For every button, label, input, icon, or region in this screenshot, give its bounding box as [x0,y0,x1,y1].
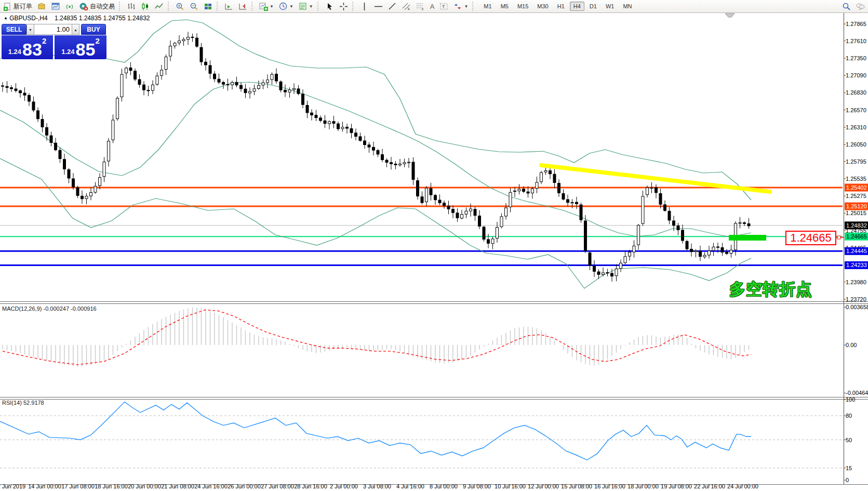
candle-body [161,70,163,75]
chart-windows-button[interactable] [49,1,62,12]
buy-button[interactable]: BUY [81,24,106,35]
candle-body [478,216,481,227]
collapse-panel-icon[interactable]: ▲ [4,16,8,20]
candlestick-chart-button[interactable] [139,1,152,12]
buy-price-prefix: 1.24 [61,47,74,57]
toolbar-separator [317,2,321,11]
candle-body [571,203,573,203]
arrows-tool-button[interactable]: ▼ [451,1,470,12]
time-tick-label: 20 Jun 00:00 [128,483,161,489]
candle-body [15,89,17,90]
candle-body [324,121,326,123]
candle-body [306,105,309,113]
chart-canvas[interactable]: 1.278651.276101.273501.270901.268301.265… [0,0,868,491]
crosshair-tool-button[interactable] [337,1,350,12]
candle-body [624,257,626,263]
time-axis[interactable]: 2 Jun 201914 Jun 00:0017 Jun 08:0018 Jun… [0,483,758,489]
sell-price-prefix: 1.24 [8,47,21,57]
cursor-tool-button[interactable] [323,1,336,12]
tf-m5-button[interactable]: M5 [497,2,512,11]
indicators-button[interactable]: ▼ [257,1,276,12]
candle-body [68,170,70,179]
buy-price-pip: 2 [95,36,99,45]
candle-body [116,98,119,118]
periods-button[interactable]: ▼ [277,1,296,12]
volume-increase-button[interactable]: ▲ [72,24,79,35]
candle-body [364,141,366,145]
time-tick-label: 4 Jul 16:00 [396,483,424,489]
rsi-tick-label: 80 [846,413,852,419]
text-tool-icon: A [430,3,435,10]
label-tool-button[interactable]: T [437,1,450,12]
tf-mn-button[interactable]: MN [619,2,635,11]
price-tick-label: 1.27610 [846,38,866,44]
candle-body [156,76,158,84]
sell-price[interactable]: 1.24 83 2 [2,35,53,59]
new-order-button[interactable]: 新订单 [1,1,34,12]
time-tick-label: 2 Jun 2019 [0,483,25,489]
candle-body [523,189,525,192]
tile-windows-button[interactable] [202,1,215,12]
price-tick-label: 1.26310 [846,124,866,130]
buy-price-big: 85 [76,42,96,57]
candle-body [311,113,313,115]
line-chart-button[interactable] [153,1,166,12]
auto-trading-button[interactable]: 自动交易 [77,1,117,12]
candle-body [72,179,75,187]
text-tool-button[interactable]: A [428,2,437,11]
fibonacci-tool-button[interactable]: F [414,1,427,12]
time-tick-label: 14 Jun 00:00 [28,483,61,489]
svg-text:F: F [422,8,424,11]
sell-button[interactable]: SELL [2,24,26,35]
signals-button[interactable] [63,1,76,12]
zoom-out-button[interactable] [188,1,201,12]
candle-body [447,206,450,209]
search-button[interactable] [840,1,853,12]
new-order-icon [3,2,12,11]
price-badge-label: 1.24233 [846,262,867,268]
price-tick-label: 1.27865 [846,21,866,27]
time-tick-label: 18 Jun 16:00 [95,483,128,489]
tf-w1-button[interactable]: W1 [602,2,618,11]
tf-d1-button[interactable]: D1 [586,2,600,11]
time-tick-label: 21 Jun 08:00 [161,483,194,489]
candle-body [686,242,688,249]
vline-tool-button[interactable] [358,1,371,12]
price-badge-label: 1.25120 [846,203,867,209]
candle-body [121,74,123,97]
buy-price[interactable]: 1.24 85 2 [55,35,106,59]
candle-body [169,46,172,56]
new-order-label: 新订单 [14,2,32,11]
tf-h4-button[interactable]: H4 [570,2,584,11]
candle-body [726,253,728,254]
candle-body [712,247,715,250]
tf-m1-button[interactable]: M1 [480,2,495,11]
tf-m15-button[interactable]: M15 [514,2,532,11]
chart-shift-button[interactable] [236,1,249,12]
volume-decrease-button[interactable]: ▼ [26,24,34,35]
zoom-out-icon [190,2,198,11]
templates-button[interactable]: ▼ [297,1,315,12]
toolbar-separator [251,2,255,11]
auto-scroll-icon [224,2,233,11]
svg-text:E: E [408,7,410,10]
candle-body [646,188,649,194]
bar-chart-button[interactable] [125,1,138,12]
candle-body [461,215,463,218]
candle-body [703,255,706,257]
zoom-in-button[interactable] [173,1,186,12]
chat-button[interactable] [854,1,867,12]
one-click-trading-panel: SELL ▼ ▲ BUY 1.24 83 2 1.24 85 2 [2,24,106,59]
tf-m30-button[interactable]: M30 [533,2,552,11]
candle-body [682,230,684,241]
auto-scroll-button[interactable] [222,1,235,12]
trendline-tool-button[interactable] [386,1,399,12]
tf-h1-button[interactable]: H1 [554,2,568,11]
channel-tool-button[interactable]: E [400,1,413,12]
hline-tool-button[interactable] [372,1,385,12]
volume-input[interactable] [34,24,72,35]
highlight-bar-annotation[interactable] [729,235,766,241]
candlestick-chart-icon [141,2,150,11]
candle-body [721,248,724,253]
market-watch-button[interactable] [35,1,48,12]
